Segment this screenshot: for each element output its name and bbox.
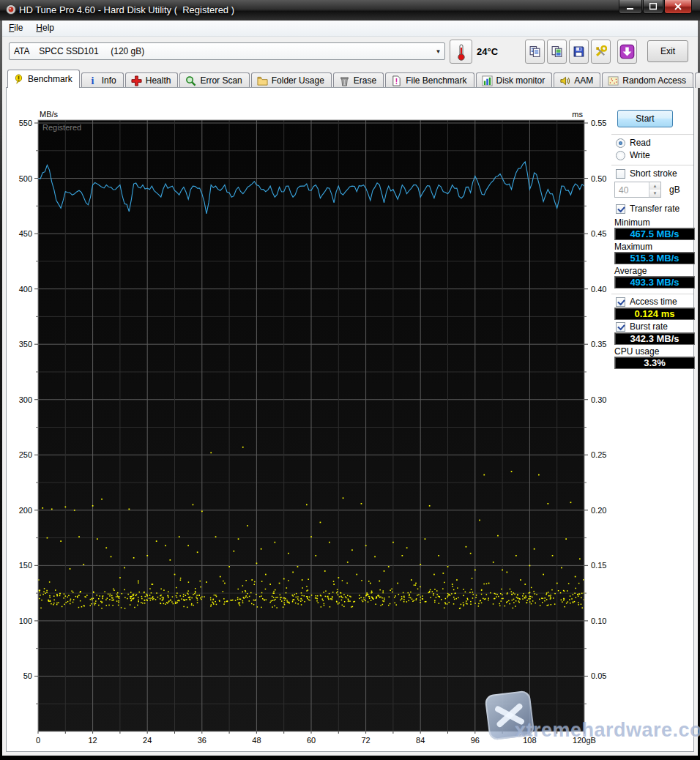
- tab-benchmark[interactable]: Benchmark: [7, 70, 80, 88]
- app-icon: [5, 4, 17, 15]
- short-stroke-unit-label: gB: [669, 185, 680, 195]
- tab-health[interactable]: Health: [125, 72, 179, 88]
- menu-help[interactable]: Help: [29, 21, 61, 35]
- write-radio-label: Write: [630, 150, 650, 160]
- save-screenshot-button[interactable]: [569, 40, 589, 64]
- arrow-down-icon: [619, 44, 635, 59]
- svg-text:0.35: 0.35: [591, 340, 606, 349]
- transfer-rate-checkbox[interactable]: [616, 204, 625, 214]
- transfer-rate-label: Transfer rate: [630, 204, 679, 214]
- close-button[interactable]: [664, 0, 692, 14]
- tab-strip: BenchmarkiInfoHealthError ScanFolder Usa…: [7, 70, 700, 88]
- svg-text:100: 100: [19, 616, 32, 625]
- benchmark-chart: RegisteredMB/sms5500.555000.504500.45400…: [7, 88, 608, 751]
- access-time-label: Access time: [630, 297, 677, 307]
- tab-file-benchmark[interactable]: !File Benchmark: [385, 72, 474, 88]
- write-radio[interactable]: [616, 151, 625, 160]
- tab-aam[interactable]: AAM: [554, 72, 600, 88]
- access-time-checkbox[interactable]: [616, 297, 625, 307]
- svg-text:150: 150: [19, 561, 32, 570]
- drive-selector-value: ATA SPCC SSD101 (120 gB): [10, 46, 432, 56]
- svg-text:450: 450: [19, 229, 32, 238]
- svg-text:!: !: [395, 77, 398, 85]
- close-icon: [674, 3, 682, 10]
- spin-down-icon[interactable]: ▼: [649, 190, 660, 197]
- svg-text:Registered: Registered: [42, 123, 81, 132]
- svg-text:0.55: 0.55: [591, 119, 606, 127]
- app-window: HD Tune Pro 4.60 - Hard Disk Utility ( R…: [0, 0, 700, 760]
- svg-text:0.05: 0.05: [591, 671, 606, 680]
- svg-text:48: 48: [252, 736, 261, 745]
- short-stroke-size-input[interactable]: 40 ▲▼: [614, 182, 661, 198]
- save-icon: [573, 45, 585, 58]
- svg-text:72: 72: [361, 736, 370, 745]
- update-button[interactable]: [617, 40, 637, 64]
- burst-rate-label: Burst rate: [630, 321, 668, 332]
- copy-image-button[interactable]: [547, 40, 567, 64]
- tab-erase[interactable]: Erase: [333, 72, 384, 88]
- access-time-value: 0.124 ms: [614, 308, 695, 320]
- maximum-label: Maximum: [614, 242, 652, 252]
- svg-text:60: 60: [307, 736, 316, 745]
- temperature-value: 24°C: [477, 46, 498, 57]
- tab-random-access[interactable]: Random Access: [602, 72, 693, 88]
- cpu-usage-label: CPU usage: [614, 346, 659, 357]
- minimize-button[interactable]: [619, 0, 642, 14]
- disk-monitor-icon: [482, 75, 493, 86]
- client-area: FileHelp ATA SPCC SSD101 (120 gB) ▼ 24°C…: [2, 21, 698, 756]
- tab-label: File Benchmark: [406, 75, 466, 86]
- svg-text:50: 50: [23, 671, 32, 680]
- short-stroke-checkbox[interactable]: [616, 169, 625, 179]
- burst-rate-checkbox[interactable]: [616, 322, 625, 332]
- svg-text:0.20: 0.20: [591, 506, 606, 515]
- copy-image-icon: [551, 45, 563, 58]
- copy-text-button[interactable]: [525, 40, 545, 64]
- temperature-button[interactable]: [450, 40, 472, 64]
- random-access-icon: [608, 75, 619, 86]
- exit-button[interactable]: Exit: [647, 40, 688, 62]
- tab-folder-usage[interactable]: Folder Usage: [251, 72, 332, 88]
- svg-text:0.10: 0.10: [591, 616, 606, 625]
- svg-text:96: 96: [471, 736, 480, 745]
- svg-text:108: 108: [523, 736, 536, 745]
- file-benchmark-icon: !: [391, 75, 402, 86]
- exit-button-label: Exit: [660, 46, 675, 56]
- options-button[interactable]: [591, 40, 611, 64]
- maximize-icon: [649, 3, 657, 10]
- svg-text:400: 400: [19, 285, 32, 294]
- combo-dropdown-icon[interactable]: ▼: [432, 43, 444, 59]
- tab-disk-monitor[interactable]: Disk monitor: [476, 72, 553, 88]
- drive-selector[interactable]: ATA SPCC SSD101 (120 gB) ▼: [9, 42, 445, 60]
- svg-text:0.50: 0.50: [591, 174, 606, 183]
- error-scan-icon: [185, 75, 196, 86]
- thermometer-icon: [457, 43, 466, 61]
- tab-error-scan[interactable]: Error Scan: [179, 72, 249, 88]
- start-button[interactable]: Start: [617, 110, 673, 127]
- maximize-button[interactable]: [643, 0, 663, 14]
- svg-text:ms: ms: [572, 110, 583, 119]
- read-radio[interactable]: [616, 138, 625, 148]
- tab-info[interactable]: iInfo: [81, 72, 124, 88]
- svg-text:MB/s: MB/s: [40, 110, 59, 119]
- tab-label: Random Access: [622, 75, 686, 86]
- svg-text:0.25: 0.25: [591, 450, 606, 459]
- svg-text:550: 550: [19, 119, 32, 127]
- short-stroke-value: 40: [615, 182, 649, 197]
- average-value: 493.3 MB/s: [614, 276, 695, 288]
- burst-rate-value: 342.3 MB/s: [614, 332, 695, 345]
- tab-label: Benchmark: [28, 74, 72, 84]
- svg-text:200: 200: [19, 506, 32, 515]
- spinner-arrows[interactable]: ▲▼: [649, 182, 660, 197]
- svg-text:0.45: 0.45: [591, 229, 606, 238]
- tab-extra-tests[interactable]: Extra tests: [695, 72, 700, 88]
- title-bar[interactable]: HD Tune Pro 4.60 - Hard Disk Utility ( R…: [0, 0, 700, 21]
- tab-label: Error Scan: [200, 75, 242, 86]
- spin-up-icon[interactable]: ▲: [649, 182, 660, 190]
- svg-text:300: 300: [19, 395, 32, 404]
- svg-text:350: 350: [19, 340, 32, 349]
- minimize-icon: [627, 4, 634, 10]
- menu-bar: FileHelp: [2, 21, 698, 37]
- copy-text-icon: [529, 45, 541, 58]
- menu-file[interactable]: File: [2, 21, 29, 35]
- average-label: Average: [614, 266, 647, 276]
